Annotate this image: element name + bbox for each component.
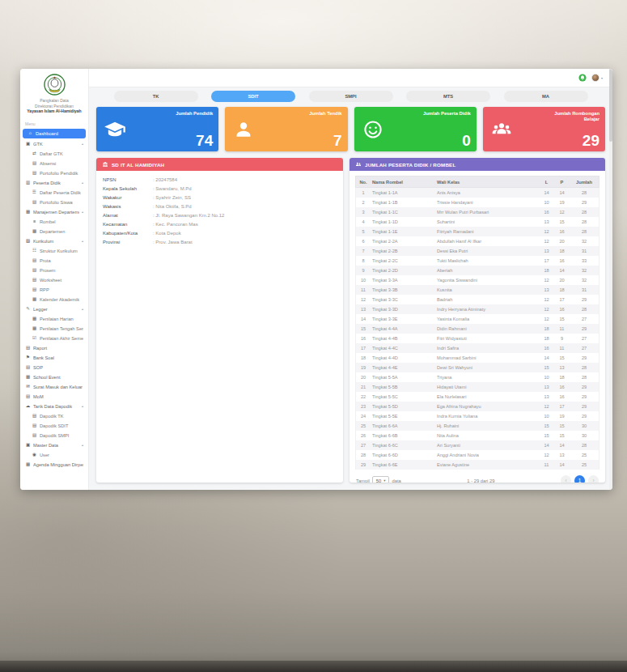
doc-icon: ▤ xyxy=(32,287,37,292)
menu-label: Menu xyxy=(20,118,88,128)
sidebar-item-surat-masuk-dan-keluar[interactable]: ✉Surat Masuk dan Keluar xyxy=(20,382,88,392)
cell-no: 24 xyxy=(356,411,371,421)
tab-sdit[interactable]: SDIT xyxy=(211,91,295,102)
sidebar-item-rombel[interactable]: ≡Rombel xyxy=(20,217,88,227)
scrollbar-thumb[interactable] xyxy=(609,69,612,142)
cell-nama: Tingkat 4-4A xyxy=(371,324,435,334)
cell-no: 12 xyxy=(356,295,371,304)
cell-no: 2 xyxy=(356,198,371,207)
sidebar-item-label: School Event xyxy=(33,375,83,380)
tabs: TKSDITSMPIMTSMA xyxy=(89,87,612,105)
sidebar-item-portofolio-siswa[interactable]: ▤Portofolio Siswa xyxy=(20,198,88,207)
sidebar-item-manajemen-departemen[interactable]: ▦Manajemen Departemen▴ xyxy=(20,207,88,217)
sidebar-item-label: Penilaian Akhir Semester xyxy=(40,336,83,341)
next-page-button[interactable]: › xyxy=(588,475,599,483)
cell-no: 5 xyxy=(356,227,371,236)
field-value: Kec. Pancoran Mas xyxy=(153,222,337,227)
exchange-icon: ⇄ xyxy=(32,151,37,156)
sidebar-item-label: Legger xyxy=(33,307,79,312)
school-panel-header: SD IT AL HAMIDIYAH xyxy=(96,158,343,171)
cell-nama: Tingkat 4-4E xyxy=(371,363,435,372)
sidebar-item-gtk[interactable]: ▣GTK▴ xyxy=(20,139,88,149)
table-row: 24Tingkat 5-5EIndra Kurnia Yuliana101929 xyxy=(355,411,599,421)
user-menu[interactable]: ▾ xyxy=(591,74,603,82)
sidebar-item-user[interactable]: ◉User xyxy=(20,450,88,460)
cell-jumlah: 29 xyxy=(570,295,599,304)
cell-p: 11 xyxy=(554,324,570,334)
table-row: 25Tingkat 6-6AHj. Ruhaini151530 xyxy=(355,421,599,431)
sidebar-item-legger[interactable]: ✎Legger▴ xyxy=(20,304,88,314)
sidebar-item-master-data[interactable]: ▣Master Data▴ xyxy=(20,440,88,450)
sidebar-item-penilaian-harian[interactable]: ▦Penilaian Harian xyxy=(20,314,88,324)
cell-l: 13 xyxy=(539,285,554,295)
sidebar-item-dapodik-tk[interactable]: ▤Dapodik TK xyxy=(20,411,88,421)
cell-jumlah: 30 xyxy=(570,431,599,440)
sidebar-item-worksheet[interactable]: ▤Worksheet xyxy=(20,275,88,285)
cell-wali: Mohammad Sarbini xyxy=(435,353,539,363)
card-value: 7 xyxy=(333,133,342,150)
sidebar-item-departemen[interactable]: ▦Departemen xyxy=(20,227,88,236)
sidebar-item-dapodik-smpi[interactable]: ▤Dapodik SMPI xyxy=(20,431,88,440)
cell-l: 12 xyxy=(539,275,554,285)
cell-jumlah: 25 xyxy=(570,450,599,460)
sidebar-item-bank-soal[interactable]: ⚑Bank Soal xyxy=(20,353,88,363)
sidebar-item-prota[interactable]: ▤Prota xyxy=(20,256,88,266)
sidebar-item-tarik-data-dapodik[interactable]: ☁Tarik Data Dapodik▴ xyxy=(20,402,88,411)
sidebar-item-dapodik-sdit[interactable]: ▤Dapodik SDIT xyxy=(20,421,88,431)
sidebar-item-peserta-didik[interactable]: ▥Peserta Didik▴ xyxy=(20,178,88,188)
sidebar-item-label: Raport xyxy=(33,346,83,351)
cell-no: 8 xyxy=(356,256,371,266)
sidebar-item-label: Daftar Peserta Didik xyxy=(40,190,83,195)
sidebar-item-kalender-akademik[interactable]: ▦Kalender Akademik xyxy=(20,295,88,304)
field-label: Provinsi xyxy=(103,240,153,245)
cell-jumlah: 28 xyxy=(570,227,599,236)
rombel-panel-title: JUMLAH PESERTA DIDIK / ROMBEL xyxy=(365,162,455,168)
sidebar-item-label: Bank Soal xyxy=(33,355,83,360)
cell-wali: Tukti Maslichah xyxy=(435,256,539,266)
sidebar-item-agenda-mingguan-dirpend[interactable]: ▦Agenda Mingguan Dirpend xyxy=(20,460,88,470)
cell-l: 13 xyxy=(539,392,554,402)
field-row-kecamatan: KecamatanKec. Pancoran Mas xyxy=(103,222,337,227)
page-1-button[interactable]: 1 xyxy=(574,475,585,483)
cell-p: 19 xyxy=(554,198,570,207)
mail-icon: ✉ xyxy=(25,385,31,389)
sidebar-item-kurikulum[interactable]: ▧Kurikulum▴ xyxy=(20,236,88,246)
sidebar-item-penilaian-tengah-semester[interactable]: ▦Penilaian Tengah Semester xyxy=(20,324,88,334)
table-row: 16Tingkat 4-4BFitri Widyastuti18927 xyxy=(355,334,599,343)
sidebar-item-prosem[interactable]: ▤Prosem xyxy=(20,266,88,275)
tab-tk[interactable]: TK xyxy=(114,91,198,102)
sidebar-item-dashboard[interactable]: ⌂Dashboard xyxy=(23,129,86,138)
field-label: NPSN xyxy=(103,177,153,182)
sidebar-item-school-event[interactable]: ▦School Event xyxy=(20,372,88,382)
sidebar-item-sop[interactable]: ▤SOP xyxy=(20,363,88,372)
sidebar-item-daftar-gtk[interactable]: ⇄Daftar GTK xyxy=(20,149,88,159)
people-icon xyxy=(355,161,362,168)
sidebar-item-portofolio-pendidik[interactable]: ▤Portofolio Pendidik xyxy=(20,168,88,178)
cell-l: 12 xyxy=(539,295,554,304)
page-size-select[interactable]: 50 ▾ xyxy=(372,476,390,483)
cell-p: 14 xyxy=(554,460,570,470)
prev-page-button[interactable]: ‹ xyxy=(561,475,571,483)
column-header-p: P xyxy=(554,177,570,187)
cell-jumlah: 28 xyxy=(570,372,599,382)
scrollbar[interactable] xyxy=(609,69,612,490)
notification-icon[interactable] xyxy=(578,74,587,82)
tab-smpi[interactable]: SMPI xyxy=(309,91,393,102)
field-value: Jl. Raya Sawangan Km.2 No.12 xyxy=(153,213,337,218)
card-value: 29 xyxy=(583,133,599,150)
app-window: Pangkalan Data Direktorat Pendidikan Yay… xyxy=(20,69,612,490)
cell-nama: Tingkat 3-3E xyxy=(371,314,435,324)
field-label: Alamat xyxy=(103,213,153,218)
tab-ma[interactable]: MA xyxy=(504,91,588,102)
sidebar-item-raport[interactable]: ▤Raport xyxy=(20,343,88,353)
sidebar-item-rpp[interactable]: ▤RPP xyxy=(20,285,88,295)
sidebar-item-mom[interactable]: ▤MoM xyxy=(20,392,88,402)
sidebar-item-absensi[interactable]: ▤Absensi xyxy=(20,159,88,168)
cell-wali: Suhartini xyxy=(435,217,539,227)
sidebar-item-daftar-peserta-didik[interactable]: ☰Daftar Peserta Didik xyxy=(20,188,88,198)
field-label: Wakasis xyxy=(103,204,153,209)
field-label: Kecamatan xyxy=(103,222,153,227)
sidebar-item-penilaian-akhir-semester[interactable]: ☑Penilaian Akhir Semester xyxy=(20,334,88,343)
sidebar-item-struktur-kurikulum[interactable]: ☷Struktur Kurikulum xyxy=(20,246,88,256)
tab-mts[interactable]: MTS xyxy=(406,91,490,102)
